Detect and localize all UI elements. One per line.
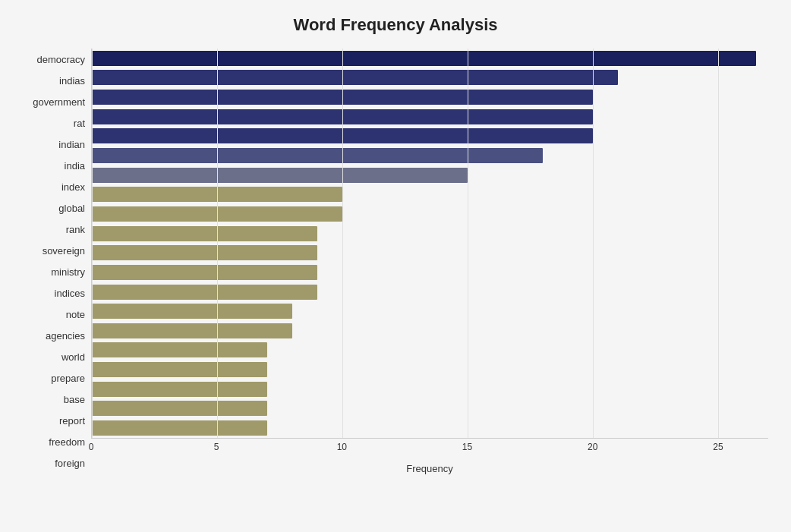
chart-container: Word Frequency Analysis democracyindiasg…	[0, 0, 791, 532]
y-label: base	[64, 391, 85, 409]
y-label: india	[65, 156, 85, 175]
y-label: indias	[59, 71, 85, 90]
bar	[92, 187, 342, 202]
y-label: democracy	[36, 50, 85, 68]
bar	[92, 206, 342, 222]
bar	[92, 304, 292, 319]
bar-row	[92, 399, 768, 417]
y-label: note	[66, 306, 85, 324]
bar-row	[92, 88, 768, 106]
y-label: world	[61, 348, 85, 367]
bar-row	[92, 185, 768, 203]
y-label: indices	[55, 285, 85, 303]
bars-container	[91, 49, 768, 439]
bar	[92, 342, 267, 357]
y-label: index	[61, 178, 85, 196]
y-label: sovereign	[43, 241, 85, 260]
bar-row	[92, 225, 768, 243]
y-label: rank	[66, 220, 85, 238]
bar-row	[92, 341, 768, 359]
bar	[92, 323, 292, 338]
bar	[92, 70, 618, 85]
y-label: prepare	[51, 370, 85, 388]
bar-row	[92, 49, 768, 68]
bar	[92, 109, 593, 124]
bar-row	[92, 68, 768, 87]
x-axis-label: Frequency	[91, 463, 768, 474]
x-axis: 0510152025 Frequency	[91, 442, 768, 474]
bar	[92, 420, 267, 436]
bar-row	[92, 244, 768, 262]
bar	[92, 362, 267, 377]
bar	[92, 226, 317, 241]
bar-row	[92, 127, 768, 145]
bar-row	[92, 146, 768, 165]
bar-row	[92, 380, 768, 398]
x-tick-label: 10	[337, 442, 347, 452]
bar-row	[92, 419, 768, 437]
x-tick-label: 0	[89, 442, 94, 452]
y-label: global	[58, 199, 85, 217]
bar	[92, 382, 267, 397]
bar-row	[92, 302, 768, 320]
y-label: government	[33, 93, 85, 111]
y-label: report	[59, 412, 85, 430]
bar	[92, 128, 593, 143]
y-label: rat	[74, 114, 85, 132]
bar	[92, 285, 317, 300]
bar-row	[92, 166, 768, 184]
bar-row	[92, 205, 768, 223]
bar-row	[92, 108, 768, 126]
bar	[92, 51, 756, 66]
chart-area: democracyindiasgovernmentratindianindiai…	[23, 49, 768, 474]
bar	[92, 90, 593, 105]
x-tick-label: 25	[713, 442, 723, 452]
y-axis: democracyindiasgovernmentratindianindiai…	[23, 49, 91, 474]
bar-row	[92, 263, 768, 282]
y-label: indian	[58, 135, 85, 153]
x-tick-label: 5	[214, 442, 219, 452]
y-label: ministry	[51, 263, 85, 281]
chart-title: Word Frequency Analysis	[23, 15, 768, 35]
y-label: agencies	[46, 327, 85, 345]
x-tick-label: 20	[588, 442, 597, 452]
bar-row	[92, 322, 768, 340]
y-label: foreign	[55, 455, 85, 473]
bar	[92, 245, 317, 260]
bar-row	[92, 360, 768, 379]
y-label: freedom	[49, 433, 85, 452]
plot-area: 0510152025 Frequency	[91, 49, 768, 474]
bar	[92, 401, 267, 416]
x-tick-label: 15	[462, 442, 472, 452]
bar-row	[92, 283, 768, 301]
bar	[92, 265, 317, 280]
bar	[92, 168, 468, 183]
bar	[92, 148, 543, 163]
